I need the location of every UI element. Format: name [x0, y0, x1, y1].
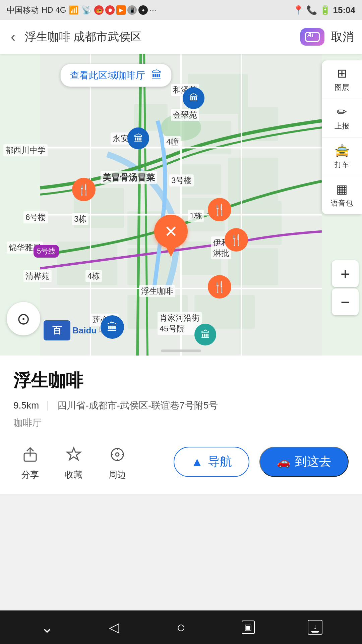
- zoom-in-button[interactable]: +: [332, 260, 359, 287]
- nav-back-button[interactable]: ⌄: [34, 614, 60, 641]
- address-text: 四川省-成都市-武侯区-联谊巷7号附5号: [57, 399, 218, 412]
- navigate-label: 导航: [208, 453, 232, 470]
- ai-search-icon[interactable]: Ai: [300, 28, 324, 46]
- food-marker-3[interactable]: 🍴: [225, 228, 248, 252]
- label-4dong: 4幢: [164, 136, 181, 148]
- bottom-nav: ⌄ ◁ ○ ▣ ↓: [0, 610, 362, 644]
- favorite-button[interactable]: 收藏: [57, 443, 90, 481]
- notif-dot: ●: [138, 5, 148, 15]
- notif-vibrate: 📳: [127, 5, 137, 15]
- toolbar-voice[interactable]: ▦ 语音包: [322, 176, 362, 214]
- notif-broadcast: 📻: [94, 5, 104, 15]
- label-3lou: 3号楼: [169, 174, 194, 186]
- nav-home-icon: ○: [177, 619, 186, 636]
- navigate-arrow-icon: ▲: [191, 455, 203, 469]
- ai-icon-inner: Ai: [305, 32, 320, 42]
- region-button[interactable]: 查看此区域咖啡厅 🏛: [60, 64, 172, 87]
- nav-download-icon: ↓: [308, 620, 322, 635]
- label-4zhuang: 4栋: [85, 270, 102, 282]
- favorite-label: 收藏: [65, 469, 82, 481]
- nav-triangle-back-button[interactable]: ◁: [101, 614, 127, 641]
- label-qinghua: 清桦苑: [23, 270, 52, 282]
- notif-play: ▶: [116, 5, 126, 15]
- label-1zhuang: 1栋: [188, 210, 204, 222]
- meta-separator: │: [46, 401, 51, 410]
- search-bar: ‹ 浮生咖啡 成都市武侯区 Ai 取消: [0, 20, 362, 54]
- location-button[interactable]: ⊙: [7, 302, 40, 335]
- label-jincui: 金翠苑: [171, 109, 199, 121]
- food-marker-1[interactable]: 🍴: [72, 178, 96, 201]
- venue-icon-bottom: 🏛: [194, 324, 216, 345]
- nearby-icon: [106, 443, 129, 466]
- main-map-marker[interactable]: ✕: [154, 215, 188, 257]
- label-fusheng: 浮生咖啡: [139, 285, 175, 297]
- label-6lou: 6号楼: [23, 211, 48, 223]
- share-icon: [18, 443, 42, 466]
- label-maocai: 美冒骨汤冒菜: [101, 171, 157, 184]
- nearby-label: 周边: [109, 469, 126, 481]
- svg-point-21: [116, 453, 119, 456]
- location-status-icon: 📍: [293, 5, 304, 15]
- network-type: HD 4G: [42, 5, 66, 15]
- notif-record: ⏺: [105, 5, 115, 15]
- zoom-controls: + −: [332, 260, 359, 315]
- marker-tail: [166, 247, 176, 257]
- phone-icon: 📞: [306, 5, 317, 15]
- info-panel: 浮生咖啡 9.5km │ 四川省-成都市-武侯区-联谊巷7号附5号 咖啡厅 分享: [0, 356, 362, 494]
- action-row: 分享 收藏 周边: [13, 443, 349, 487]
- category-text: 咖啡厅: [13, 417, 349, 429]
- place-meta: 9.5km │ 四川省-成都市-武侯区-联谊巷7号附5号: [13, 399, 349, 412]
- nav-home-button[interactable]: ○: [168, 614, 194, 641]
- svg-point-20: [111, 448, 123, 461]
- nav-recent-button[interactable]: ▣: [235, 614, 261, 641]
- label-3zhuang: 3栋: [72, 213, 88, 225]
- layers-label: 图层: [335, 83, 349, 93]
- nav-download-button[interactable]: ↓: [302, 614, 328, 641]
- car-icon: 🚗: [277, 455, 290, 468]
- status-right: 📍 📞 🔋 15:04: [293, 5, 356, 15]
- share-label: 分享: [21, 469, 39, 481]
- baidu-brand: Baidu: [72, 325, 97, 336]
- toolbar-taxi[interactable]: 🚖 打车: [322, 138, 362, 176]
- notif-dots: ···: [149, 5, 156, 15]
- layers-icon: ⊞: [337, 66, 347, 80]
- map-svg: [0, 54, 362, 356]
- taxi-label: 打车: [335, 160, 349, 170]
- food-marker-4[interactable]: 🍴: [208, 275, 231, 299]
- food-marker-2[interactable]: 🍴: [208, 198, 231, 221]
- time-display: 15:04: [333, 5, 356, 15]
- goto-button[interactable]: 🚗 到这去: [259, 447, 349, 477]
- cancel-button[interactable]: 取消: [331, 29, 354, 45]
- map-container[interactable]: 查看此区域咖啡厅 🏛 ⊞ 图层 ✏ 上报 🚖 打车 ▦ 语音包 + − 🍴: [0, 54, 362, 356]
- venue-icon-baidu: 🏛: [101, 315, 124, 339]
- metro-line-5: 5号线: [34, 245, 59, 258]
- toolbar-layers[interactable]: ⊞ 图层: [322, 60, 362, 99]
- location-icon: ⊙: [17, 309, 30, 328]
- status-bar: 中国移动 HD 4G 📶 📡 📻 ⏺ ▶ 📳 ● ··· 📍 📞 🔋 15:04: [0, 0, 362, 20]
- navigate-button[interactable]: ▲ 导航: [174, 447, 249, 477]
- voice-label: 语音包: [331, 198, 353, 208]
- distance-text: 9.5km: [13, 400, 39, 411]
- venue-icon-top: 🏛: [183, 87, 204, 109]
- toolbar-report[interactable]: ✏ 上报: [322, 99, 362, 138]
- carrier-text: 中国移动: [7, 5, 39, 15]
- notification-icons: 📻 ⏺ ▶ 📳 ● ···: [94, 5, 156, 15]
- signal-icon: 📶: [69, 5, 79, 15]
- nav-back-icon: ⌄: [41, 619, 53, 636]
- wifi-icon: 📡: [81, 5, 92, 15]
- zoom-out-button[interactable]: −: [332, 288, 359, 315]
- scroll-indicator: [161, 350, 201, 352]
- battery-icon: 🔋: [320, 5, 330, 15]
- nearby-button[interactable]: 周边: [101, 443, 134, 481]
- report-icon: ✏: [337, 105, 347, 119]
- share-button[interactable]: 分享: [13, 443, 47, 481]
- status-left: 中国移动 HD 4G 📶 📡 📻 ⏺ ▶ 📳 ● ···: [7, 5, 156, 15]
- label-school: 都西川中学: [3, 144, 48, 156]
- nav-triangle-icon: ◁: [109, 620, 119, 635]
- marker-circle: ✕: [154, 215, 188, 248]
- place-name: 浮生咖啡: [13, 369, 349, 392]
- search-text[interactable]: 浮生咖啡 成都市武侯区: [25, 29, 294, 45]
- voice-icon: ▦: [336, 182, 348, 196]
- back-button[interactable]: ‹: [8, 26, 18, 48]
- taxi-icon: 🚖: [335, 144, 350, 158]
